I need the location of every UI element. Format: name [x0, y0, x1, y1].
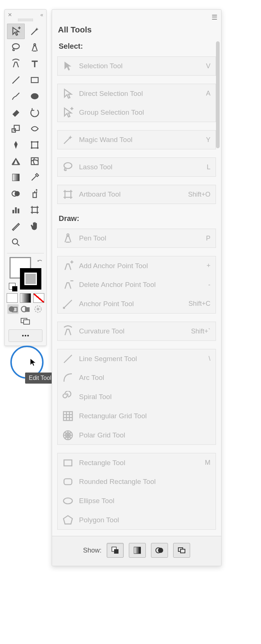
tool-item-polar-grid-tool[interactable]: Polar Grid Tool: [57, 426, 216, 445]
tool-artboard[interactable]: [26, 202, 44, 218]
tool-item-label: Lasso Tool: [79, 163, 207, 171]
selection-plus-icon: [62, 107, 74, 118]
tool-item-curvature-tool[interactable]: Curvature Tool Shift+`: [57, 322, 216, 341]
tool-item-spiral-tool[interactable]: Spiral Tool: [57, 387, 216, 406]
tool-free-transform[interactable]: [26, 137, 44, 153]
default-fill-stroke-icon[interactable]: [9, 283, 16, 290]
swap-fill-stroke-icon[interactable]: ⤺: [37, 257, 42, 264]
tool-item-rectangle-tool[interactable]: Rectangle Tool M: [57, 453, 216, 472]
tool-scale[interactable]: [7, 121, 25, 136]
svg-rect-2: [31, 77, 38, 83]
show-drawmodes-button[interactable]: [151, 543, 168, 558]
svg-rect-17: [15, 207, 17, 213]
tool-symbol-sprayer[interactable]: [26, 186, 44, 201]
tool-group-selection[interactable]: [7, 24, 25, 39]
footer-label: Show:: [83, 547, 102, 554]
tool-item-lasso-tool[interactable]: Lasso Tool L: [57, 157, 216, 177]
panel-menu-icon[interactable]: ☰: [212, 13, 217, 21]
tool-item-shortcut: M: [205, 459, 210, 467]
tool-line[interactable]: [7, 72, 25, 88]
tool-item-add-anchor-point-tool[interactable]: Add Anchor Point Tool +: [57, 256, 216, 275]
tool-perspective[interactable]: [7, 153, 25, 169]
tool-zoom[interactable]: [7, 235, 25, 250]
pen-icon: [62, 232, 74, 244]
selection-icon: [62, 60, 74, 72]
round-rect-icon: [62, 476, 74, 488]
tool-item-label: Delete Anchor Point Tool: [79, 281, 208, 289]
panel-grip[interactable]: [18, 18, 33, 21]
tool-item-label: Rectangular Grid Tool: [79, 412, 210, 420]
tool-item-arc-tool[interactable]: Arc Tool: [57, 368, 216, 387]
svg-rect-16: [13, 210, 14, 213]
tool-rotate[interactable]: [26, 105, 44, 120]
none-mode-swatch[interactable]: [33, 293, 44, 303]
tool-slice[interactable]: [7, 218, 25, 234]
color-mode-swatch[interactable]: [7, 293, 18, 303]
tools-panel: ✕ « ⤺: [4, 9, 47, 346]
spiral-icon: [62, 391, 74, 403]
all-tools-panel: ☰ All Tools Select: Selection Tool V Dir…: [52, 9, 221, 566]
tool-item-group-selection-tool[interactable]: Group Selection Tool: [57, 103, 216, 122]
tool-curvature[interactable]: [7, 56, 25, 72]
tool-item-selection-tool[interactable]: Selection Tool V: [57, 56, 216, 76]
tool-column-graph[interactable]: [7, 202, 25, 218]
tool-mesh[interactable]: [26, 153, 44, 169]
tool-lasso[interactable]: [7, 40, 25, 55]
svg-rect-44: [134, 547, 141, 554]
tool-hand[interactable]: [26, 218, 44, 234]
stroke-swatch[interactable]: [20, 268, 41, 290]
fill-stroke-icon: [111, 546, 120, 555]
show-fill-stroke-button[interactable]: [107, 543, 124, 558]
tool-item-line-segment-tool[interactable]: Line Segment Tool \: [57, 349, 216, 368]
tool-item-anchor-point-tool[interactable]: Anchor Point Tool Shift+C: [57, 294, 216, 314]
tool-eyedropper[interactable]: [26, 170, 44, 185]
tool-item-shortcut: +: [206, 262, 210, 270]
tool-puppet[interactable]: [7, 137, 25, 153]
tool-pen[interactable]: [26, 40, 44, 55]
svg-rect-5: [14, 125, 19, 131]
tool-shaper[interactable]: [26, 89, 44, 104]
panel-footer: Show:: [52, 536, 221, 566]
tool-item-polygon-tool[interactable]: Polygon Tool: [57, 510, 216, 530]
show-screenmode-button[interactable]: [173, 543, 190, 558]
tool-item-ellipse-tool[interactable]: Ellipse Tool: [57, 491, 216, 510]
tool-paintbrush[interactable]: [7, 89, 25, 104]
tool-item-label: Polar Grid Tool: [79, 431, 210, 439]
svg-rect-11: [31, 158, 38, 165]
svg-rect-18: [18, 209, 20, 214]
draw-inside-button[interactable]: [32, 304, 44, 314]
polygon-icon: [62, 514, 74, 526]
close-icon[interactable]: ✕: [8, 12, 12, 18]
tool-item-rounded-rectangle-tool[interactable]: Rounded Rectangle Tool: [57, 472, 216, 491]
collapse-icon[interactable]: «: [40, 12, 43, 18]
tool-item-label: Arc Tool: [79, 374, 210, 382]
tool-item-direct-selection-tool[interactable]: Direct Selection Tool A: [57, 84, 216, 103]
tool-width[interactable]: [26, 121, 44, 136]
draw-normal-button[interactable]: [7, 304, 18, 314]
tool-item-magic-wand-tool[interactable]: Magic Wand Tool Y: [57, 130, 216, 149]
tool-item-shortcut: V: [206, 62, 210, 70]
tool-item-artboard-tool[interactable]: Artboard Tool Shift+O: [57, 185, 216, 204]
tool-rectangle[interactable]: [26, 72, 44, 88]
draw-behind-button[interactable]: [20, 304, 31, 314]
tool-item-delete-anchor-point-tool[interactable]: Delete Anchor Point Tool -: [57, 275, 216, 294]
gradient-mode-swatch[interactable]: [20, 293, 31, 303]
tool-item-rectangular-grid-tool[interactable]: Rectangular Grid Tool: [57, 406, 216, 426]
tool-magic-wand[interactable]: [26, 24, 44, 39]
tool-type[interactable]: [26, 56, 44, 72]
scrollbar-thumb[interactable]: [216, 41, 220, 148]
tool-item-label: Rectangle Tool: [79, 459, 205, 467]
tool-item-label: Rounded Rectangle Tool: [79, 478, 210, 486]
tool-gradient[interactable]: [7, 170, 25, 185]
svg-rect-33: [65, 191, 71, 197]
tool-item-pen-tool[interactable]: Pen Tool P: [57, 229, 216, 248]
tool-item-shortcut: Shift+C: [188, 300, 210, 308]
svg-rect-28: [24, 320, 30, 324]
tool-blend[interactable]: [7, 186, 25, 201]
svg-point-10: [37, 147, 39, 149]
show-gradient-button[interactable]: [129, 543, 146, 558]
screen-mode-button[interactable]: [20, 316, 31, 326]
edit-toolbar-button[interactable]: [8, 329, 42, 342]
tool-eraser[interactable]: [7, 105, 25, 120]
fill-stroke-control[interactable]: ⤺: [7, 256, 44, 290]
